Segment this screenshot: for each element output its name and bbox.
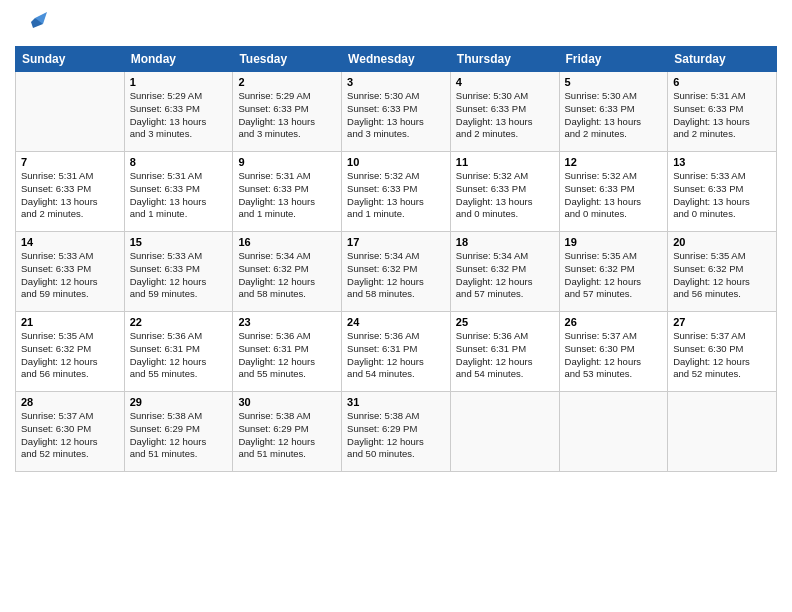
day-number: 10 bbox=[347, 156, 445, 168]
calendar-cell: 18Sunrise: 5:34 AM Sunset: 6:32 PM Dayli… bbox=[450, 232, 559, 312]
page-header bbox=[15, 10, 777, 42]
calendar-cell: 16Sunrise: 5:34 AM Sunset: 6:32 PM Dayli… bbox=[233, 232, 342, 312]
day-number: 11 bbox=[456, 156, 554, 168]
calendar-week-1: 1Sunrise: 5:29 AM Sunset: 6:33 PM Daylig… bbox=[16, 72, 777, 152]
calendar-cell bbox=[450, 392, 559, 472]
day-info: Sunrise: 5:36 AM Sunset: 6:31 PM Dayligh… bbox=[130, 330, 228, 381]
calendar-cell: 12Sunrise: 5:32 AM Sunset: 6:33 PM Dayli… bbox=[559, 152, 668, 232]
day-number: 12 bbox=[565, 156, 663, 168]
col-header-thursday: Thursday bbox=[450, 47, 559, 72]
calendar-cell: 20Sunrise: 5:35 AM Sunset: 6:32 PM Dayli… bbox=[668, 232, 777, 312]
col-header-friday: Friday bbox=[559, 47, 668, 72]
calendar-cell: 11Sunrise: 5:32 AM Sunset: 6:33 PM Dayli… bbox=[450, 152, 559, 232]
day-number: 15 bbox=[130, 236, 228, 248]
day-info: Sunrise: 5:33 AM Sunset: 6:33 PM Dayligh… bbox=[130, 250, 228, 301]
day-info: Sunrise: 5:32 AM Sunset: 6:33 PM Dayligh… bbox=[456, 170, 554, 221]
day-info: Sunrise: 5:38 AM Sunset: 6:29 PM Dayligh… bbox=[347, 410, 445, 461]
calendar-cell: 1Sunrise: 5:29 AM Sunset: 6:33 PM Daylig… bbox=[124, 72, 233, 152]
calendar-cell: 26Sunrise: 5:37 AM Sunset: 6:30 PM Dayli… bbox=[559, 312, 668, 392]
day-number: 1 bbox=[130, 76, 228, 88]
calendar-cell: 6Sunrise: 5:31 AM Sunset: 6:33 PM Daylig… bbox=[668, 72, 777, 152]
day-number: 25 bbox=[456, 316, 554, 328]
day-info: Sunrise: 5:37 AM Sunset: 6:30 PM Dayligh… bbox=[565, 330, 663, 381]
day-info: Sunrise: 5:35 AM Sunset: 6:32 PM Dayligh… bbox=[21, 330, 119, 381]
day-info: Sunrise: 5:33 AM Sunset: 6:33 PM Dayligh… bbox=[673, 170, 771, 221]
day-number: 31 bbox=[347, 396, 445, 408]
calendar-cell: 23Sunrise: 5:36 AM Sunset: 6:31 PM Dayli… bbox=[233, 312, 342, 392]
calendar-cell: 19Sunrise: 5:35 AM Sunset: 6:32 PM Dayli… bbox=[559, 232, 668, 312]
day-number: 9 bbox=[238, 156, 336, 168]
calendar-cell: 28Sunrise: 5:37 AM Sunset: 6:30 PM Dayli… bbox=[16, 392, 125, 472]
day-info: Sunrise: 5:32 AM Sunset: 6:33 PM Dayligh… bbox=[347, 170, 445, 221]
day-info: Sunrise: 5:30 AM Sunset: 6:33 PM Dayligh… bbox=[456, 90, 554, 141]
calendar-cell: 3Sunrise: 5:30 AM Sunset: 6:33 PM Daylig… bbox=[342, 72, 451, 152]
calendar-cell: 31Sunrise: 5:38 AM Sunset: 6:29 PM Dayli… bbox=[342, 392, 451, 472]
calendar-cell bbox=[668, 392, 777, 472]
day-info: Sunrise: 5:30 AM Sunset: 6:33 PM Dayligh… bbox=[565, 90, 663, 141]
day-number: 29 bbox=[130, 396, 228, 408]
day-info: Sunrise: 5:34 AM Sunset: 6:32 PM Dayligh… bbox=[347, 250, 445, 301]
calendar-cell: 30Sunrise: 5:38 AM Sunset: 6:29 PM Dayli… bbox=[233, 392, 342, 472]
day-number: 2 bbox=[238, 76, 336, 88]
calendar-cell: 27Sunrise: 5:37 AM Sunset: 6:30 PM Dayli… bbox=[668, 312, 777, 392]
day-number: 5 bbox=[565, 76, 663, 88]
day-number: 19 bbox=[565, 236, 663, 248]
day-info: Sunrise: 5:35 AM Sunset: 6:32 PM Dayligh… bbox=[673, 250, 771, 301]
day-number: 6 bbox=[673, 76, 771, 88]
logo bbox=[15, 10, 49, 42]
day-info: Sunrise: 5:31 AM Sunset: 6:33 PM Dayligh… bbox=[673, 90, 771, 141]
col-header-wednesday: Wednesday bbox=[342, 47, 451, 72]
day-info: Sunrise: 5:33 AM Sunset: 6:33 PM Dayligh… bbox=[21, 250, 119, 301]
calendar-week-5: 28Sunrise: 5:37 AM Sunset: 6:30 PM Dayli… bbox=[16, 392, 777, 472]
day-number: 18 bbox=[456, 236, 554, 248]
day-info: Sunrise: 5:29 AM Sunset: 6:33 PM Dayligh… bbox=[238, 90, 336, 141]
day-number: 28 bbox=[21, 396, 119, 408]
day-number: 13 bbox=[673, 156, 771, 168]
calendar-cell: 24Sunrise: 5:36 AM Sunset: 6:31 PM Dayli… bbox=[342, 312, 451, 392]
day-info: Sunrise: 5:32 AM Sunset: 6:33 PM Dayligh… bbox=[565, 170, 663, 221]
calendar-table: SundayMondayTuesdayWednesdayThursdayFrid… bbox=[15, 46, 777, 472]
calendar-cell: 2Sunrise: 5:29 AM Sunset: 6:33 PM Daylig… bbox=[233, 72, 342, 152]
calendar-week-2: 7Sunrise: 5:31 AM Sunset: 6:33 PM Daylig… bbox=[16, 152, 777, 232]
day-number: 4 bbox=[456, 76, 554, 88]
day-info: Sunrise: 5:36 AM Sunset: 6:31 PM Dayligh… bbox=[238, 330, 336, 381]
day-number: 27 bbox=[673, 316, 771, 328]
day-info: Sunrise: 5:31 AM Sunset: 6:33 PM Dayligh… bbox=[130, 170, 228, 221]
day-number: 22 bbox=[130, 316, 228, 328]
calendar-cell: 8Sunrise: 5:31 AM Sunset: 6:33 PM Daylig… bbox=[124, 152, 233, 232]
calendar-week-4: 21Sunrise: 5:35 AM Sunset: 6:32 PM Dayli… bbox=[16, 312, 777, 392]
calendar-cell: 5Sunrise: 5:30 AM Sunset: 6:33 PM Daylig… bbox=[559, 72, 668, 152]
calendar-cell: 15Sunrise: 5:33 AM Sunset: 6:33 PM Dayli… bbox=[124, 232, 233, 312]
day-info: Sunrise: 5:38 AM Sunset: 6:29 PM Dayligh… bbox=[238, 410, 336, 461]
day-number: 21 bbox=[21, 316, 119, 328]
day-number: 16 bbox=[238, 236, 336, 248]
day-info: Sunrise: 5:30 AM Sunset: 6:33 PM Dayligh… bbox=[347, 90, 445, 141]
day-info: Sunrise: 5:35 AM Sunset: 6:32 PM Dayligh… bbox=[565, 250, 663, 301]
day-info: Sunrise: 5:34 AM Sunset: 6:32 PM Dayligh… bbox=[238, 250, 336, 301]
day-info: Sunrise: 5:31 AM Sunset: 6:33 PM Dayligh… bbox=[238, 170, 336, 221]
col-header-sunday: Sunday bbox=[16, 47, 125, 72]
calendar-cell: 25Sunrise: 5:36 AM Sunset: 6:31 PM Dayli… bbox=[450, 312, 559, 392]
calendar-cell bbox=[16, 72, 125, 152]
calendar-cell: 22Sunrise: 5:36 AM Sunset: 6:31 PM Dayli… bbox=[124, 312, 233, 392]
col-header-tuesday: Tuesday bbox=[233, 47, 342, 72]
day-info: Sunrise: 5:37 AM Sunset: 6:30 PM Dayligh… bbox=[673, 330, 771, 381]
day-number: 26 bbox=[565, 316, 663, 328]
calendar-cell: 9Sunrise: 5:31 AM Sunset: 6:33 PM Daylig… bbox=[233, 152, 342, 232]
calendar-cell: 7Sunrise: 5:31 AM Sunset: 6:33 PM Daylig… bbox=[16, 152, 125, 232]
day-number: 23 bbox=[238, 316, 336, 328]
day-info: Sunrise: 5:37 AM Sunset: 6:30 PM Dayligh… bbox=[21, 410, 119, 461]
day-number: 24 bbox=[347, 316, 445, 328]
calendar-cell: 4Sunrise: 5:30 AM Sunset: 6:33 PM Daylig… bbox=[450, 72, 559, 152]
calendar-cell: 13Sunrise: 5:33 AM Sunset: 6:33 PM Dayli… bbox=[668, 152, 777, 232]
day-info: Sunrise: 5:34 AM Sunset: 6:32 PM Dayligh… bbox=[456, 250, 554, 301]
day-number: 7 bbox=[21, 156, 119, 168]
calendar-cell: 10Sunrise: 5:32 AM Sunset: 6:33 PM Dayli… bbox=[342, 152, 451, 232]
calendar-week-3: 14Sunrise: 5:33 AM Sunset: 6:33 PM Dayli… bbox=[16, 232, 777, 312]
day-info: Sunrise: 5:29 AM Sunset: 6:33 PM Dayligh… bbox=[130, 90, 228, 141]
day-number: 17 bbox=[347, 236, 445, 248]
calendar-cell: 17Sunrise: 5:34 AM Sunset: 6:32 PM Dayli… bbox=[342, 232, 451, 312]
day-number: 8 bbox=[130, 156, 228, 168]
day-info: Sunrise: 5:36 AM Sunset: 6:31 PM Dayligh… bbox=[347, 330, 445, 381]
day-number: 30 bbox=[238, 396, 336, 408]
